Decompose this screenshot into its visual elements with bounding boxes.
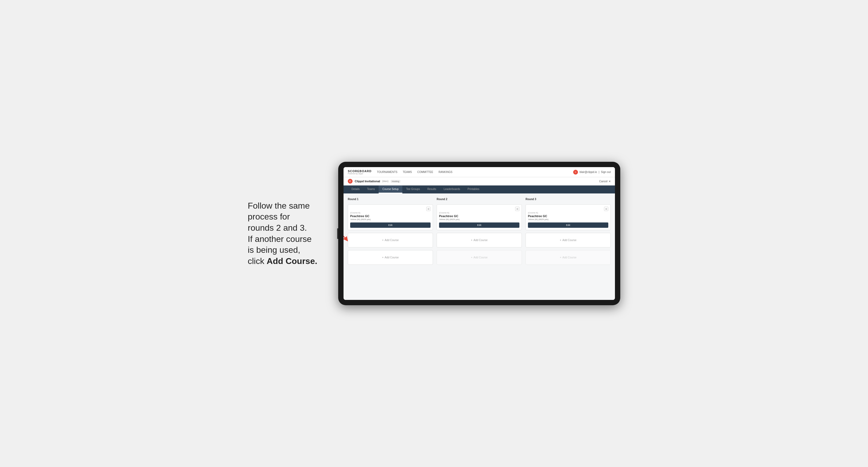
rounds-grid: Round 1 ⊡ (Course A) Peachtree GC Yellow… <box>348 198 611 265</box>
round-3-add-course-label-1: Add Course <box>562 239 577 242</box>
round-1-add-course-1[interactable]: + Add Course <box>348 233 433 247</box>
round-3-title: Round 3 <box>526 198 611 200</box>
round-3-add-course-2: + Add Course <box>526 250 611 265</box>
round-3-edit-button[interactable]: Edit <box>528 222 608 228</box>
tab-tee-groups[interactable]: Tee Groups <box>402 185 424 193</box>
round-1-add-course-2[interactable]: + Add Course <box>348 250 433 265</box>
clippd-logo: C <box>348 179 352 184</box>
nav-separator: | <box>599 170 599 174</box>
cancel-button[interactable]: Cancel ✕ <box>599 180 611 183</box>
round-1-delete-button[interactable]: ⊡ <box>426 207 431 211</box>
round-2-delete-button[interactable]: ⊡ <box>515 207 519 211</box>
round-2-column: Round 2 ⊡ (Course A) Peachtree GC Yellow… <box>437 198 522 265</box>
round-2-add-course-1[interactable]: + Add Course <box>437 233 522 247</box>
round-1-add-course-label-2: Add Course <box>385 256 399 259</box>
round-2-add-course-label-2: Add Course <box>474 256 488 259</box>
round-2-add-icon-2: + <box>471 256 473 259</box>
round-1-title: Round 1 <box>348 198 433 200</box>
tab-results[interactable]: Results <box>424 185 440 193</box>
tab-teams[interactable]: Teams <box>364 185 379 193</box>
nav-teams[interactable]: TEAMS <box>403 170 412 174</box>
round-1-course-details: Yellow (M) (6629 yds) <box>350 218 431 221</box>
round-3-add-course-1[interactable]: + Add Course <box>526 233 611 247</box>
cancel-icon: ✕ <box>609 180 611 183</box>
tablet-side-button <box>337 228 338 239</box>
tab-details[interactable]: Details <box>348 185 364 193</box>
round-3-course-name: Peachtree GC <box>528 215 608 218</box>
tournament-name: Clippd Invitational <box>355 180 380 183</box>
logo-sub-text: Powered by clippd <box>348 173 371 175</box>
nav-tournaments[interactable]: TOURNAMENTS <box>377 170 397 174</box>
hosting-badge: Hosting <box>391 180 400 183</box>
nav-rankings[interactable]: RANKINGS <box>438 170 452 174</box>
sub-header: C Clippd Invitational (Men) Hosting Canc… <box>344 177 615 185</box>
tab-printables[interactable]: Printables <box>464 185 483 193</box>
round-1-add-course-wrapper: + Add Course <box>348 233 433 247</box>
round-3-column: Round 3 ⊡ (Course A) Peachtree GC Yellow… <box>526 198 611 265</box>
tab-course-setup[interactable]: Course Setup <box>379 185 402 193</box>
round-2-edit-button[interactable]: Edit <box>439 222 519 228</box>
nav-committee[interactable]: COMMITTEE <box>417 170 433 174</box>
round-3-add-icon-2: + <box>560 256 561 259</box>
round-1-course-label: (Course A) <box>350 212 431 214</box>
round-2-course-label: (Course A) <box>439 212 519 214</box>
user-email: blair@clippd.io <box>580 170 597 174</box>
round-2-course-details: Yellow (M) (6629 yds) <box>439 218 519 221</box>
add-course-plus-icon-2: + <box>382 256 384 259</box>
round-3-course-card-header: ⊡ <box>528 207 608 211</box>
round-3-course-details: Yellow (M) (6629 yds) <box>528 218 608 221</box>
sub-header-left: C Clippd Invitational (Men) Hosting <box>348 179 400 184</box>
main-content: Round 1 ⊡ (Course A) Peachtree GC Yellow… <box>344 193 615 300</box>
tablet-screen: SCOREBOARD Powered by clippd TOURNAMENTS… <box>344 167 615 300</box>
gender-badge: (Men) <box>382 180 389 183</box>
round-1-course-card: ⊡ (Course A) Peachtree GC Yellow (M) (66… <box>348 205 433 230</box>
tab-leaderboards[interactable]: Leaderboards <box>440 185 464 193</box>
round-1-course-name: Peachtree GC <box>350 215 431 218</box>
scoreboard-logo: SCOREBOARD Powered by clippd <box>348 169 371 175</box>
add-course-plus-icon: + <box>382 239 384 242</box>
round-3-course-card: ⊡ (Course A) Peachtree GC Yellow (M) (66… <box>526 205 611 230</box>
round-3-delete-button[interactable]: ⊡ <box>604 207 608 211</box>
user-avatar: b <box>573 170 578 175</box>
nav-links: TOURNAMENTS TEAMS COMMITTEE RANKINGS <box>377 170 573 174</box>
round-2-course-card-header: ⊡ <box>439 207 519 211</box>
round-2-title: Round 2 <box>437 198 522 200</box>
tablet-frame: SCOREBOARD Powered by clippd TOURNAMENTS… <box>338 162 620 305</box>
nav-right: b blair@clippd.io | Sign out <box>573 170 611 175</box>
round-1-column: Round 1 ⊡ (Course A) Peachtree GC Yellow… <box>348 198 433 265</box>
sign-out-link[interactable]: Sign out <box>601 170 611 174</box>
round-1-edit-button[interactable]: Edit <box>350 222 431 228</box>
top-nav: SCOREBOARD Powered by clippd TOURNAMENTS… <box>344 167 615 177</box>
round-3-course-label: (Course A) <box>528 212 608 214</box>
logo-main-text: SCOREBOARD <box>348 169 371 173</box>
round-2-course-name: Peachtree GC <box>439 215 519 218</box>
round-2-course-card: ⊡ (Course A) Peachtree GC Yellow (M) (66… <box>437 205 522 230</box>
round-1-add-course-label-1: Add Course <box>385 239 399 242</box>
round-2-add-course-2: + Add Course <box>437 250 522 265</box>
round-2-add-icon: + <box>471 239 473 242</box>
round-2-add-course-label-1: Add Course <box>474 239 488 242</box>
instruction-text: Follow the same process for rounds 2 and… <box>248 200 328 267</box>
round-3-add-icon: + <box>560 239 561 242</box>
course-card-header: ⊡ <box>350 207 431 211</box>
round-3-add-course-label-2: Add Course <box>562 256 577 259</box>
tabs-bar: Details Teams Course Setup Tee Groups Re… <box>344 185 615 193</box>
